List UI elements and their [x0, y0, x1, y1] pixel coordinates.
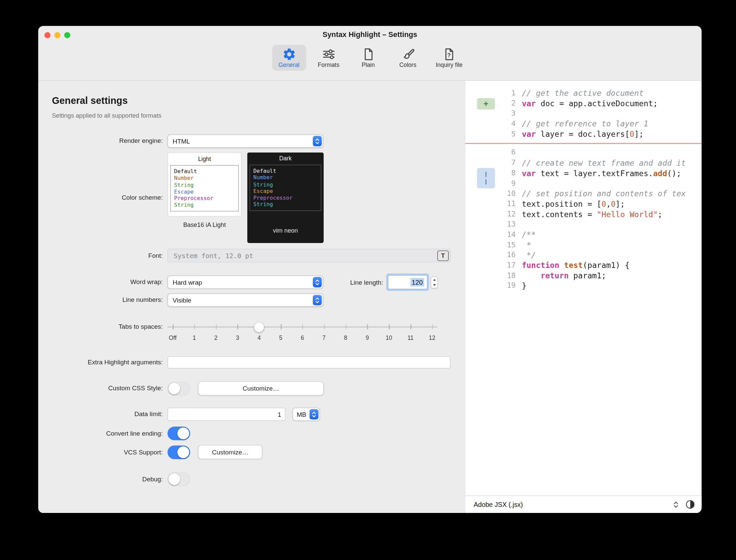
document-question-icon: ?: [442, 47, 456, 61]
popup-chevrons-icon: [310, 409, 319, 419]
toolbar-label: Inquiry file: [436, 62, 462, 69]
toolbar-label: Plain: [362, 62, 375, 69]
slider-tick-label: 12: [429, 334, 436, 341]
toggle-knob: [168, 473, 180, 485]
custom-css-label: Custom CSS Style:: [38, 381, 163, 395]
custom-css-customize-button[interactable]: Customize…: [198, 381, 324, 395]
font-picker-button[interactable]: T: [437, 250, 449, 261]
scheme-token: String: [253, 201, 318, 208]
render-engine-value: HTML: [168, 137, 313, 145]
toggle-knob: [177, 446, 189, 458]
code-text: // create new text frame and add it: [522, 158, 686, 168]
format-selector[interactable]: Adobe JSX (.jsx): [474, 501, 679, 509]
toolbar-item-inquiry-file[interactable]: ? Inquiry file: [431, 45, 468, 71]
code-text: var doc = app.activeDocument;: [522, 98, 658, 109]
line-numbers-popup[interactable]: Visible: [167, 293, 323, 307]
slider-tick: [345, 324, 346, 329]
sliders-icon: [322, 47, 336, 61]
data-limit-unit-popup[interactable]: MB: [292, 408, 320, 421]
toolbar-item-general[interactable]: General: [272, 45, 306, 71]
custom-css-toggle[interactable]: [167, 382, 190, 396]
code-line: 9: [465, 178, 701, 189]
data-limit-field[interactable]: 1: [167, 408, 285, 421]
slider-tick-label: 7: [322, 334, 326, 341]
dark-token-box: DefaultNumberStringEscapePreprocessorStr…: [250, 165, 321, 211]
line-number: 16: [465, 250, 522, 260]
settings-window: Syntax Highlight – Settings General Form…: [38, 26, 702, 513]
code-line: 4// get reference to layer 1: [465, 119, 701, 129]
toolbar-item-formats[interactable]: Formats: [312, 45, 345, 71]
line-length-field[interactable]: 120: [388, 275, 427, 289]
line-number: 5: [465, 129, 522, 139]
stepper-up-icon[interactable]: [431, 277, 437, 282]
vcs-support-toggle[interactable]: [167, 445, 190, 459]
tabs-to-spaces-slider[interactable]: Off123456789101112: [167, 320, 437, 347]
code-line: 6: [465, 148, 701, 158]
code-line: 16 */: [465, 250, 701, 260]
scheme-token: String: [174, 182, 235, 188]
line-number: 12: [465, 209, 522, 219]
popup-chevrons-icon: [313, 136, 322, 146]
slider-thumb[interactable]: [254, 322, 264, 332]
slider-tick: [238, 324, 238, 329]
vcs-customize-button[interactable]: Customize…: [198, 445, 262, 459]
slider-tick: [389, 324, 390, 329]
color-scheme-dark-card[interactable]: Dark DefaultNumberStringEscapePreprocess…: [247, 152, 324, 243]
changed-lines-badge: [477, 168, 495, 188]
extra-args-input[interactable]: [167, 356, 450, 369]
slider-tick: [367, 324, 368, 329]
code-text: /**: [522, 230, 536, 240]
slider-tick: [411, 324, 411, 329]
code-preview-panel: + 1// get the active document2var doc = …: [465, 81, 702, 513]
code-text: var text = layer.textFrames.add();: [522, 168, 681, 178]
updown-chevrons-icon: [673, 501, 679, 509]
toolbar-label: Formats: [318, 62, 339, 69]
code-line: 12text.contents = "Hello World";: [465, 209, 701, 219]
data-limit-unit: MB: [293, 411, 310, 418]
toolbar-item-colors[interactable]: Colors: [391, 45, 425, 71]
slider-tick: [432, 324, 433, 329]
line-number: 1: [465, 88, 522, 98]
scheme-token: Preprocessor: [253, 195, 318, 201]
code-text: text.contents = "Hello World";: [522, 209, 662, 219]
line-length-label: Line length:: [258, 276, 383, 290]
toolbar-item-plain[interactable]: Plain: [351, 45, 385, 71]
code-line: 2var doc = app.activeDocument;: [465, 98, 701, 109]
scheme-token: String: [174, 202, 235, 208]
line-numbers-label: Line numbers:: [38, 293, 163, 307]
diff-separator: [465, 139, 701, 148]
contrast-toggle-icon[interactable]: [686, 500, 695, 509]
popup-chevrons-icon: [313, 295, 322, 305]
window-title: Syntax Highlight – Settings: [38, 29, 702, 40]
code-line: 10// set position and contents of tex: [465, 189, 701, 199]
line-length-stepper[interactable]: [431, 277, 438, 288]
slider-tick: [324, 324, 325, 329]
font-value: System font, 12.0 pt: [168, 252, 438, 259]
data-limit-label: Data limit:: [38, 408, 163, 421]
slider-tick-label: 1: [193, 334, 196, 341]
line-number: 13: [465, 219, 522, 230]
slider-tick-label: 10: [385, 334, 392, 341]
line-number: 10: [465, 189, 522, 199]
format-selector-value: Adobe JSX (.jsx): [474, 501, 668, 508]
light-scheme-name: Base16 iA Light: [167, 221, 241, 228]
code-line: 13: [465, 219, 701, 230]
code-line: 18 return param1;: [465, 271, 701, 281]
convert-line-ending-toggle[interactable]: [167, 427, 190, 440]
render-engine-label: Render engine:: [38, 134, 163, 148]
vcs-support-label: VCS Support:: [38, 445, 163, 459]
code-line: 19}: [465, 281, 701, 291]
stepper-down-icon[interactable]: [431, 282, 437, 288]
line-number: 11: [465, 199, 522, 209]
render-engine-popup[interactable]: HTML: [167, 134, 323, 148]
toggle-knob: [168, 383, 180, 395]
debug-toggle[interactable]: [167, 472, 190, 486]
slider-tick-label: Off: [169, 334, 176, 341]
titlebar: Syntax Highlight – Settings General Form…: [38, 26, 702, 81]
code-line: 5var layer = doc.layers[0];: [465, 129, 701, 139]
debug-label: Debug:: [38, 472, 163, 486]
scheme-token: Default: [174, 168, 235, 175]
slider-tick-label: 6: [301, 334, 304, 341]
color-scheme-light-card[interactable]: Light DefaultNumberStringEscapePreproces…: [167, 152, 241, 216]
slider-tick-label: 9: [366, 334, 369, 341]
